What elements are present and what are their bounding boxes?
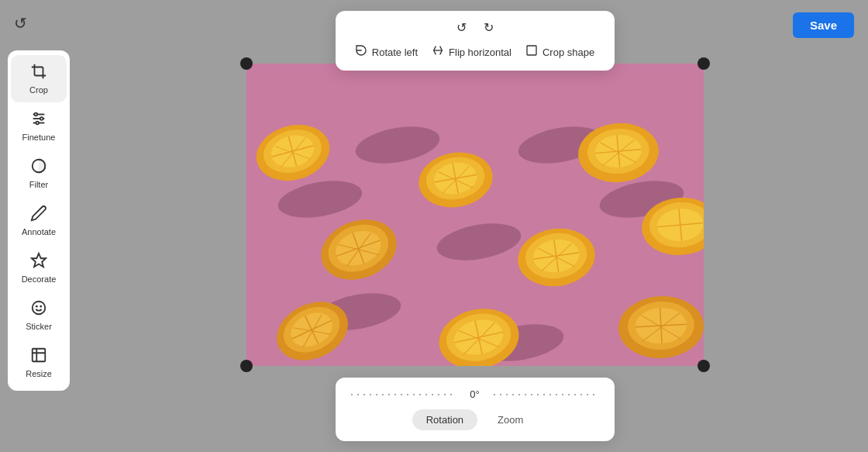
crop-shape-icon [525, 44, 538, 60]
sidebar-item-crop-label: Crop [29, 85, 48, 95]
undo-redo-group: ↺ ↻ [452, 19, 498, 36]
toolbar-actions: Rotate left Flip horizontal [355, 44, 594, 60]
svg-point-5 [36, 122, 39, 125]
image-container [246, 64, 704, 366]
sidebar-item-finetune[interactable]: Finetune [11, 102, 67, 150]
redo-icon: ↻ [484, 21, 494, 34]
history-icon: ↺ [14, 15, 27, 32]
tab-rotation[interactable]: Rotation [412, 409, 477, 430]
flip-horizontal-button[interactable]: Flip horizontal [432, 44, 512, 60]
redo-button[interactable]: ↻ [479, 19, 498, 36]
decorate-icon [30, 252, 47, 271]
svg-point-4 [40, 117, 43, 120]
undo-history-button[interactable]: ↺ [14, 14, 27, 33]
svg-point-3 [35, 113, 38, 116]
rotate-left-button[interactable]: Rotate left [355, 44, 418, 60]
finetune-icon [30, 110, 47, 129]
rotate-left-icon [355, 44, 367, 60]
sidebar-item-sticker[interactable]: Sticker [11, 292, 67, 339]
svg-rect-11 [33, 349, 46, 362]
crop-icon [30, 63, 47, 82]
svg-point-8 [33, 302, 46, 315]
sidebar-item-resize[interactable]: Resize [11, 339, 67, 386]
sidebar-item-decorate[interactable]: Decorate [11, 244, 67, 292]
canvas-area: ↺ ↻ Rotate left [81, 0, 868, 452]
rotation-slider-row: 0° [351, 388, 599, 400]
sidebar-item-decorate-label: Decorate [22, 274, 57, 284]
crop-shape-label: Crop shape [542, 47, 594, 58]
resize-icon [30, 347, 47, 366]
sidebar-item-annotate[interactable]: Annotate [11, 197, 67, 244]
flip-horizontal-label: Flip horizontal [449, 47, 512, 58]
crop-shape-button[interactable]: Crop shape [525, 44, 594, 60]
sidebar: Crop Finetune Filter [8, 50, 70, 391]
lemon-pattern [246, 64, 704, 366]
handle-bottom-right[interactable] [698, 360, 710, 372]
sidebar-item-crop[interactable]: Crop [11, 55, 67, 102]
svg-marker-7 [32, 254, 46, 267]
handle-top-right[interactable] [698, 57, 710, 70]
sidebar-item-filter-label: Filter [29, 180, 48, 189]
toolbar-popup: ↺ ↻ Rotate left [336, 11, 615, 71]
undo-button[interactable]: ↺ [452, 19, 471, 36]
sidebar-item-filter[interactable]: Filter [11, 150, 67, 197]
annotate-icon [30, 205, 47, 224]
handle-bottom-left[interactable] [240, 360, 253, 372]
sidebar-item-resize-label: Resize [26, 369, 52, 378]
bottom-tabs: Rotation Zoom [412, 409, 538, 430]
sticker-icon [30, 299, 47, 319]
filter-icon [30, 157, 47, 177]
bottom-panel: 0° Rotation Zoom [336, 378, 615, 441]
sidebar-item-finetune-label: Finetune [22, 133, 56, 142]
rotation-value: 0° [464, 388, 486, 400]
sidebar-item-sticker-label: Sticker [26, 322, 52, 331]
undo-icon: ↺ [456, 21, 467, 34]
sidebar-item-annotate-label: Annotate [22, 227, 56, 236]
rotation-track-right[interactable] [494, 394, 599, 395]
svg-rect-12 [527, 46, 536, 55]
tab-zoom[interactable]: Zoom [484, 409, 537, 430]
flip-horizontal-icon [432, 44, 444, 60]
handle-top-left[interactable] [240, 57, 253, 70]
rotate-left-label: Rotate left [372, 47, 418, 58]
image-background [246, 64, 704, 366]
rotation-track[interactable] [351, 394, 456, 395]
